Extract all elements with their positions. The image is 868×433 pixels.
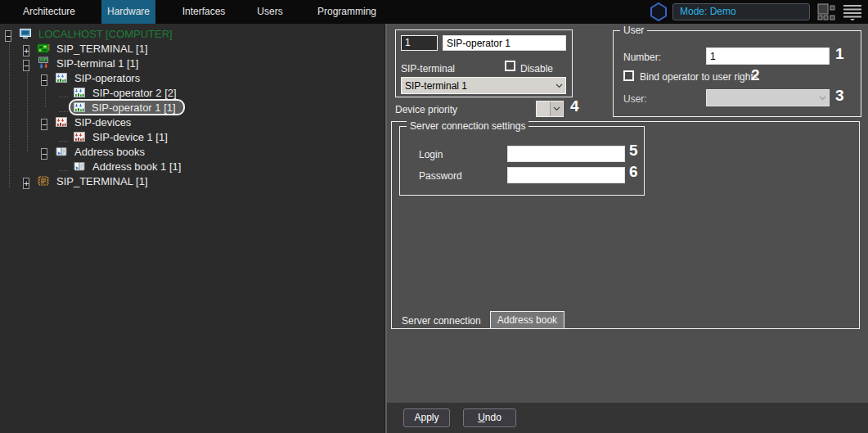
tree-connector (59, 111, 68, 112)
tree-item-label: Address book 1 [1] (91, 160, 182, 173)
sip-operators-icon (73, 86, 86, 99)
sip-terminal-select-value: SIP-terminal 1 (402, 80, 552, 92)
operator-id-field[interactable]: 1 (401, 35, 438, 51)
user-group-title: User (620, 25, 647, 36)
tree-item-label: SIP_TERMINAL [1] (55, 175, 150, 187)
tree-item-label: SIP-operator 1 [1] (90, 101, 178, 114)
identity-group: 1 SIP-terminal Disable SIP-terminal 1 (395, 29, 573, 97)
collapse-minus-icon[interactable]: − (5, 29, 14, 38)
sip-devices-icon (55, 115, 68, 129)
address-book-icon (73, 160, 86, 173)
computer-icon (19, 27, 32, 40)
undo-rest: ndo (485, 412, 501, 423)
tree-item[interactable]: +SIP_TERMINAL [1] (0, 41, 385, 56)
layout-grid-icon[interactable] (817, 3, 837, 20)
tree-connector (59, 141, 68, 142)
application-window: Architecture Hardware Interfaces Users P… (0, 0, 868, 433)
top-menu-bar: Architecture Hardware Interfaces Users P… (0, 0, 868, 24)
tree-item[interactable]: SIP-operator 2 [2] (0, 85, 385, 100)
tree-item[interactable]: −LOCALHOST [COMPUTER] (0, 26, 385, 41)
disable-label: Disable (520, 63, 553, 74)
user-label: User: (623, 93, 647, 105)
disable-checkbox[interactable] (505, 61, 515, 71)
properties-panel: 1 SIP-terminal Disable SIP-terminal 1 De… (387, 24, 868, 403)
annotation-3: 3 (835, 87, 844, 105)
tree-item-label: SIP-operators (73, 72, 142, 84)
tree-item[interactable]: −SIP-devices (0, 115, 385, 129)
tab-programming[interactable]: Programming (308, 0, 386, 24)
address-book-icon (55, 145, 68, 158)
tree-item[interactable]: −SIPSIP-terminal 1 [1] (0, 56, 385, 70)
hexagon-logo-icon (648, 2, 669, 22)
tree-item-label: SIP-device 1 [1] (91, 131, 169, 143)
svg-text:SIP: SIP (40, 57, 47, 62)
bind-operator-checkbox[interactable] (623, 70, 634, 81)
tree-item[interactable]: SIP-device 1 [1] (0, 129, 385, 144)
chevron-down-icon (550, 101, 563, 116)
tree-item-label: LOCALHOST [COMPUTER] (37, 28, 174, 40)
annotation-6: 6 (629, 163, 638, 181)
chevron-down-icon (816, 92, 829, 104)
tab-architecture[interactable]: Architecture (7, 0, 92, 24)
tree-item[interactable]: Address book 1 [1] (0, 159, 385, 174)
tree-item[interactable]: −SIP-operators (0, 70, 385, 85)
collapse-minus-icon[interactable]: − (41, 74, 50, 83)
bind-operator-label: Bind operator to user rights (640, 71, 758, 83)
server-group-title: Server connection settings (407, 120, 528, 132)
expand-plus-icon[interactable]: + (23, 177, 32, 186)
device-priority-label: Device priority (395, 104, 457, 115)
device-tree-panel: −LOCALHOST [COMPUTER]+SIP_TERMINAL [1]−S… (0, 24, 385, 433)
user-select[interactable] (706, 89, 830, 106)
tab-interfaces[interactable]: Interfaces (167, 0, 241, 24)
user-number-input[interactable] (706, 47, 830, 65)
tab-page-container: Server connection settings Login 5 Passw… (391, 121, 860, 329)
tab-hardware[interactable]: Hardware (101, 0, 155, 24)
login-input[interactable] (507, 146, 625, 162)
operator-name-input[interactable] (443, 35, 566, 51)
chip-orange-icon (37, 174, 50, 187)
tree-item[interactable]: −Address books (0, 144, 385, 159)
board-green-icon (37, 42, 50, 55)
number-label: Number: (623, 52, 661, 63)
menu-icon[interactable] (843, 4, 862, 20)
undo-accel: U (478, 412, 485, 423)
apply-button[interactable]: Apply (403, 408, 450, 427)
sip-terminal-select[interactable]: SIP-terminal 1 (401, 77, 566, 94)
tree-item-label: Address books (73, 146, 146, 158)
annotation-4: 4 (570, 97, 579, 115)
annotation-1: 1 (835, 45, 844, 63)
action-bar: Apply Undo (387, 403, 868, 433)
server-connection-group: Server connection settings Login 5 Passw… (399, 126, 645, 196)
tree-item-label: SIP-operator 2 [2] (91, 87, 178, 99)
tab-address-book[interactable]: Address book (490, 311, 564, 329)
sip-devices-icon (73, 130, 86, 143)
bottom-tab-strip: Server connection Address book (400, 311, 564, 329)
tree-connector (59, 97, 68, 97)
annotation-2: 2 (751, 66, 760, 84)
collapse-minus-icon[interactable]: − (23, 59, 32, 68)
tab-server-connection[interactable]: Server connection (400, 313, 488, 329)
chevron-down-icon (552, 80, 565, 92)
annotation-5: 5 (629, 142, 638, 160)
password-input[interactable] (507, 167, 625, 183)
collapse-minus-icon[interactable]: − (41, 118, 50, 127)
password-label: Password (419, 170, 462, 182)
tree-item-label: SIP-devices (73, 116, 133, 129)
expand-plus-icon[interactable]: + (23, 44, 32, 53)
tree-item-label: SIP-terminal 1 [1] (55, 57, 140, 70)
user-group: User Number: 1 Bind operator to user rig… (613, 30, 861, 117)
login-label: Login (419, 149, 443, 160)
sip-operators-icon (73, 101, 86, 114)
tab-users[interactable]: Users (245, 0, 295, 24)
tree-item[interactable]: SIP-operator 1 [1] (0, 100, 385, 115)
selected-tree-item-highlight: SIP-operator 1 [1] (69, 99, 185, 115)
tree-item[interactable]: +SIP_TERMINAL [1] (0, 174, 385, 188)
device-tree: −LOCALHOST [COMPUTER]+SIP_TERMINAL [1]−S… (0, 26, 385, 188)
sip-operators-icon (55, 71, 68, 84)
collapse-minus-icon[interactable]: − (41, 147, 50, 156)
mode-indicator: Mode: Demo (672, 3, 810, 20)
sip-terminal-icon: SIP (37, 56, 50, 70)
undo-button[interactable]: Undo (463, 408, 516, 427)
tree-connector (59, 170, 68, 171)
device-priority-select[interactable] (536, 101, 564, 117)
